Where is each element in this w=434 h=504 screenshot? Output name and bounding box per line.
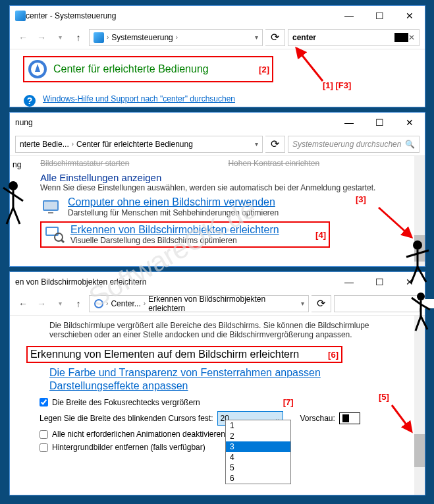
window-1-title: center - Systemsteuerung	[26, 11, 334, 20]
refresh-button[interactable]: ⟳	[265, 29, 285, 46]
window-3: en von Bildschirmobjekten erleichtern — …	[9, 271, 425, 495]
link-screen-objects[interactable]: Erkennen von Bildschirmobjekten erleicht…	[70, 224, 315, 236]
link-color-transparency[interactable]: Die Farbe und Transparenz von Fensterrah…	[49, 367, 321, 378]
svg-rect-7	[48, 212, 53, 213]
history-dropdown[interactable]: ▾	[52, 296, 68, 312]
cursor-width-dropdown[interactable]: 1 2 3 4 5 6	[225, 420, 291, 484]
up-button[interactable]: ↑	[70, 296, 86, 312]
address-bar-3[interactable]: › Center... › Erkennen von Bildschirmobj…	[89, 295, 309, 312]
checkbox-remove-bg[interactable]	[40, 443, 48, 452]
link-visual-effects[interactable]: Darstellungseffekte anpassen	[49, 380, 188, 391]
svg-text:?: ?	[27, 96, 33, 106]
window-2: nung — ☐ ✕ nterte Bedie... › Center für …	[9, 112, 425, 267]
up-button[interactable]: ↑	[70, 30, 86, 45]
all-settings-heading: Alle Einstellungen anzeigen	[40, 172, 404, 183]
option-5[interactable]: 5	[226, 462, 290, 473]
crumb-systemsteuerung[interactable]: Systemsteuerung	[111, 33, 173, 42]
svg-line-20	[7, 208, 13, 224]
search-box-3[interactable]: 🔍	[334, 295, 420, 312]
close-button[interactable]: ✕	[394, 6, 425, 26]
search-icon[interactable]: 🔍	[405, 140, 415, 149]
maximize-button[interactable]: ☐	[364, 272, 394, 292]
option-4[interactable]: 4	[226, 452, 290, 462]
window-1: center - Systemsteuerung — ☐ ✕ ← → ▾ ↑ ›…	[9, 5, 425, 107]
address-bar-2[interactable]: nterte Bedie... › Center für erleichtert…	[15, 136, 263, 153]
search-input-2[interactable]	[292, 140, 405, 149]
annotation-5: [5]	[379, 392, 389, 402]
minimize-button[interactable]: —	[334, 113, 364, 132]
crumb-sep: ›	[176, 34, 178, 41]
svg-line-33	[421, 316, 427, 329]
content-3: Die Bildschirmlupe vergrößert alle Berei…	[10, 316, 414, 495]
toolbar-1: ← → ▾ ↑ › Systemsteuerung › ▾ ⟳ ✕	[10, 26, 425, 49]
svg-line-11	[61, 240, 64, 242]
label-focus-rect: Die Breite des Fokusrechtecks vergrößern	[52, 398, 200, 407]
search-input-1[interactable]	[292, 33, 394, 42]
history-dropdown[interactable]: ▾	[52, 30, 68, 45]
minimize-button[interactable]: —	[334, 6, 364, 26]
svg-line-27	[418, 267, 426, 282]
addr-dropdown-icon[interactable]: ▾	[301, 300, 304, 307]
checkbox-focus-rect[interactable]	[40, 398, 48, 406]
close-button[interactable]: ✕	[394, 113, 425, 132]
annotation-2: [2]	[259, 65, 269, 74]
highlight-box-6: Erkennung von Elementen auf dem Bildschi…	[26, 346, 342, 363]
minimize-button[interactable]: —	[334, 272, 364, 292]
addr-dropdown-icon[interactable]: ▾	[255, 34, 258, 41]
addr-icon	[94, 32, 104, 43]
option-2[interactable]: 2	[226, 431, 290, 441]
search-box-2[interactable]: 🔍	[288, 136, 420, 153]
cursor-width-label: Legen Sie die Breite des blinkenden Curs…	[40, 414, 213, 423]
refresh-button[interactable]: ⟳	[312, 295, 331, 312]
magnify-screen-icon	[44, 224, 65, 245]
svg-rect-6	[44, 202, 57, 210]
back-button[interactable]: ←	[15, 296, 31, 312]
help-search-row: ? Windows-Hilfe und Support nach "center…	[23, 94, 412, 107]
help-search-link[interactable]: Windows-Hilfe und Support nach "center" …	[43, 94, 235, 103]
partial-text-2: Hohen Kontrast einrichten	[228, 159, 319, 168]
item-no-screen: Computer ohne einen Bildschirm verwenden…	[40, 196, 404, 217]
maximize-button[interactable]: ☐	[364, 113, 394, 132]
scrollbar-3[interactable]	[414, 316, 425, 495]
all-settings-sub: Wenn Sie diese Einstellungen auswählen, …	[40, 183, 404, 192]
option-3[interactable]: 3	[226, 441, 290, 452]
refresh-button[interactable]: ⟳	[265, 136, 285, 153]
ease-icon-small	[94, 298, 103, 309]
address-bar[interactable]: › Systemsteuerung › ▾	[89, 29, 263, 46]
svg-line-19	[13, 194, 23, 201]
content-1: Center für erleichterte Bedienung [2] ? …	[10, 49, 425, 118]
crumb-parent[interactable]: nterte Bedie...	[20, 140, 69, 149]
annotation-7: [7]	[283, 397, 294, 407]
stick-figure-1	[0, 178, 26, 231]
forward-button[interactable]: →	[34, 296, 49, 312]
link-no-screen[interactable]: Computer ohne einen Bildschirm verwenden	[68, 196, 279, 208]
search-box-1[interactable]: ✕	[288, 29, 420, 46]
toolbar-3: ← → ▾ ↑ › Center... › Erkennen von Bilds…	[10, 292, 425, 316]
label-remove-bg: Hintergrundbilder entfernen (falls verfü…	[52, 443, 205, 452]
maximize-button[interactable]: ☐	[364, 6, 394, 26]
window-3-title: en von Bildschirmobjekten erleichtern	[15, 277, 334, 287]
svg-line-31	[421, 304, 430, 310]
svg-point-14	[95, 300, 102, 307]
option-1[interactable]: 1	[226, 420, 290, 431]
titlebar-1: center - Systemsteuerung — ☐ ✕	[10, 6, 425, 26]
crumb-center[interactable]: Center...	[111, 299, 140, 308]
stick-figure-2	[401, 237, 434, 290]
highlight-box-4: Erkennen von Bildschirmobjekten erleicht…	[40, 221, 330, 248]
crumb-current[interactable]: Center für erleichterte Bedienung	[76, 140, 193, 149]
crumb-current-3[interactable]: Erkennen von Bildschirmobjekten erleicht…	[148, 294, 296, 313]
forward-button[interactable]: →	[34, 30, 49, 45]
titlebar-3: en von Bildschirmobjekten erleichtern — …	[10, 272, 425, 292]
option-6[interactable]: 6	[226, 473, 290, 484]
svg-point-16	[9, 181, 18, 190]
addr-dropdown-icon[interactable]: ▾	[255, 140, 258, 148]
desc-screen-objects: Visuelle Darstellung des Bildschirms opt…	[70, 236, 315, 245]
checkbox-disable-animations[interactable]	[40, 430, 48, 439]
clear-search-icon[interactable]: ✕	[408, 33, 415, 42]
preview-label: Vorschau:	[300, 414, 335, 423]
result-ease-of-access[interactable]: Center für erleichterte Bedienung	[53, 63, 259, 75]
ease-of-access-icon	[27, 59, 48, 80]
cursor-preview	[339, 412, 360, 424]
partial-text-1: Bildschirmtastatur starten	[40, 159, 129, 168]
back-button[interactable]: ←	[15, 30, 31, 45]
